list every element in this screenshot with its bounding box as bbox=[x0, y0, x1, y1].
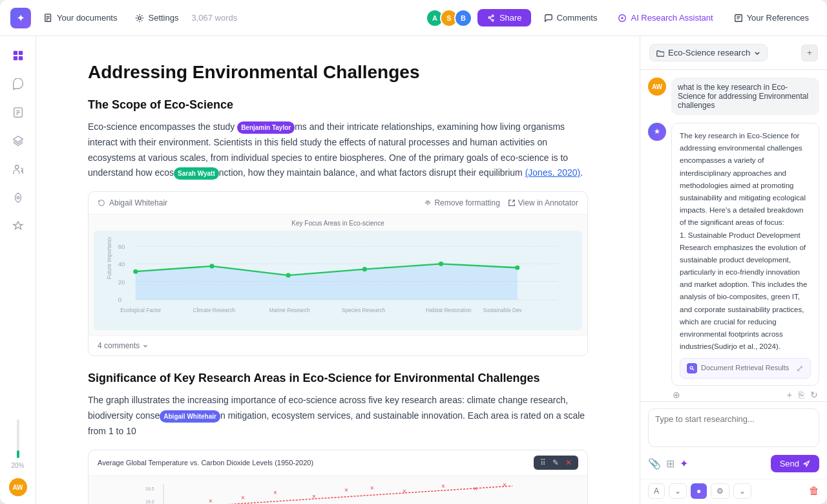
svg-text:Sustainable Dev: Sustainable Dev bbox=[483, 308, 523, 313]
share-button[interactable]: Share bbox=[477, 9, 531, 26]
chat-user-avatar: AW bbox=[648, 78, 666, 96]
svg-text:0: 0 bbox=[118, 297, 121, 304]
chat-area: AW what is the key research in Eco-Scien… bbox=[640, 70, 827, 401]
sidebar: 20% AW bbox=[0, 36, 36, 504]
svg-text:Marine Research: Marine Research bbox=[269, 308, 310, 313]
svg-point-4 bbox=[138, 16, 141, 19]
svg-point-34 bbox=[133, 269, 138, 274]
comments-nav[interactable]: Comments bbox=[536, 9, 605, 26]
document-title: Addressing Environmental Challenges bbox=[88, 62, 588, 83]
send-button[interactable]: Send bbox=[771, 455, 819, 472]
ai-response-text: The key research in Eco-Science for addr… bbox=[680, 132, 807, 350]
move-btn[interactable]: ⊕ bbox=[673, 390, 680, 400]
sidebar-item-documents[interactable] bbox=[6, 101, 30, 124]
document-area: Addressing Environmental Challenges The … bbox=[36, 36, 640, 504]
copy-btn[interactable]: ⎘ bbox=[799, 390, 804, 400]
app-logo: ✦ bbox=[10, 8, 31, 28]
sidebar-item-favorites[interactable] bbox=[6, 215, 30, 238]
input-tools: 📎 ⊞ ✦ bbox=[648, 457, 688, 470]
svg-text:Habitat Restoration: Habitat Restoration bbox=[426, 308, 472, 313]
svg-text:40: 40 bbox=[118, 260, 125, 268]
add-btn[interactable]: + bbox=[787, 390, 792, 400]
jones-link[interactable]: (Jones, 2020) bbox=[525, 167, 581, 178]
progress-bar bbox=[17, 419, 19, 458]
research-input[interactable] bbox=[648, 408, 819, 447]
expand-btn[interactable]: ⌄ bbox=[733, 483, 751, 499]
svg-point-37 bbox=[362, 267, 367, 271]
format-icon bbox=[424, 199, 432, 207]
svg-point-35 bbox=[209, 264, 214, 269]
sidebar-item-dashboard[interactable] bbox=[6, 44, 30, 67]
svg-text:×: × bbox=[241, 494, 245, 501]
svg-point-38 bbox=[439, 262, 443, 266]
section2-title: Significance of Key Research Areas in Ec… bbox=[88, 372, 588, 385]
chart-toolbar: ⠿ ✎ ✕ bbox=[534, 456, 578, 470]
chart-toolbar-move[interactable]: ⠿ bbox=[538, 457, 549, 468]
view-in-annotator-btn[interactable]: View in Annotator bbox=[508, 198, 578, 207]
delete-button[interactable]: 🗑 bbox=[809, 485, 819, 497]
svg-line-63 bbox=[693, 369, 694, 370]
share-icon bbox=[487, 14, 496, 23]
main-layout: 20% AW Addressing Environmental Challeng… bbox=[0, 36, 827, 504]
doc-retrieval-results: Document Retrieval Results ⤢ bbox=[680, 358, 811, 379]
circle-btn[interactable]: ● bbox=[691, 483, 707, 499]
sarah-tag[interactable]: Sarah Wyatt bbox=[174, 167, 219, 180]
regenerate-btn[interactable]: ↻ bbox=[810, 390, 818, 400]
avatar-group: A S B bbox=[426, 9, 472, 27]
remove-formatting-btn[interactable]: Remove formatting bbox=[424, 198, 499, 207]
abigail-tag[interactable]: Abigail Whitehair bbox=[160, 410, 220, 423]
chart-card-2-header: Average Global Temperature vs. Carbon Di… bbox=[89, 450, 587, 476]
svg-text:×: × bbox=[273, 489, 277, 496]
panel-add-button[interactable]: + bbox=[801, 45, 818, 61]
sidebar-item-plugins[interactable] bbox=[6, 129, 30, 152]
bottom-toolbar: A ⌄ ● ⚙ ⌄ 🗑 bbox=[640, 479, 827, 504]
svg-rect-8 bbox=[735, 14, 742, 21]
settings-btn2[interactable]: ⚙ bbox=[711, 483, 729, 499]
settings-icon bbox=[135, 14, 144, 23]
right-panel-header: Eco-Science research + bbox=[640, 36, 827, 70]
table-btn[interactable]: ⊞ bbox=[666, 457, 675, 470]
chart-toolbar-close[interactable]: ✕ bbox=[563, 457, 574, 468]
panel-dropdown[interactable]: Eco-Science research bbox=[649, 44, 768, 61]
svg-point-62 bbox=[690, 366, 693, 369]
input-area: 📎 ⊞ ✦ Send bbox=[640, 401, 827, 479]
your-documents-nav[interactable]: Your documents bbox=[36, 9, 125, 26]
chart-card-1-actions: Remove formatting View in Annotator bbox=[424, 198, 578, 207]
user-avatar-bottom[interactable]: AW bbox=[9, 478, 27, 496]
chart-card-user: Abigail Whitehair bbox=[98, 198, 167, 207]
progress-label: 20% bbox=[11, 462, 24, 469]
chevron-btn[interactable]: ⌄ bbox=[669, 483, 687, 499]
chat-ai-avatar bbox=[648, 123, 666, 141]
chart-card-1-header: Abigail Whitehair Remove formatting View… bbox=[89, 192, 587, 215]
section1-paragraph1: Eco-science encompasses the study Benjam… bbox=[88, 120, 588, 181]
svg-rect-14 bbox=[18, 56, 22, 60]
svg-text:20: 20 bbox=[118, 278, 125, 286]
ai-research-assistant-nav[interactable]: AI Research Assistant bbox=[610, 9, 720, 26]
sparkle-btn[interactable]: ✦ bbox=[680, 457, 688, 470]
sidebar-item-chat[interactable] bbox=[6, 72, 30, 96]
comments-link[interactable]: 4 comments bbox=[98, 341, 578, 350]
section1-title: The Scope of Eco-Science bbox=[88, 98, 588, 112]
chart-svg-wrapper-1: 60 40 20 0 bbox=[94, 231, 582, 330]
svg-text:Climate Research: Climate Research bbox=[193, 308, 235, 313]
chart-toolbar-edit[interactable]: ✎ bbox=[550, 457, 561, 468]
top-navigation: ✦ Your documents Settings 3,067 words A … bbox=[0, 0, 827, 36]
ai-icon bbox=[618, 14, 627, 23]
sidebar-item-launch[interactable] bbox=[6, 186, 30, 209]
svg-line-5 bbox=[490, 16, 492, 17]
font-btn[interactable]: A bbox=[648, 483, 665, 499]
svg-text:60: 60 bbox=[118, 243, 125, 250]
settings-nav[interactable]: Settings bbox=[127, 9, 186, 26]
section2-paragraph1: The graph illustrates the increasing imp… bbox=[88, 393, 588, 439]
chat-ai-message: The key research in Eco-Science for addr… bbox=[648, 123, 819, 400]
chat-action-icons: + ⎘ ↻ bbox=[787, 390, 818, 400]
chat-action-bar: ⊕ + ⎘ ↻ bbox=[671, 386, 819, 400]
svg-text:16.5: 16.5 bbox=[145, 487, 154, 491]
svg-point-39 bbox=[515, 266, 519, 270]
expand-retrieval-btn[interactable]: ⤢ bbox=[796, 363, 804, 373]
svg-text:Ecological Factor: Ecological Factor bbox=[120, 308, 162, 313]
attach-btn[interactable]: 📎 bbox=[648, 457, 661, 470]
sidebar-item-users[interactable] bbox=[6, 158, 30, 181]
benjamin-tag[interactable]: Benjamin Taylor bbox=[237, 121, 295, 134]
your-references-nav[interactable]: Your References bbox=[726, 9, 817, 26]
